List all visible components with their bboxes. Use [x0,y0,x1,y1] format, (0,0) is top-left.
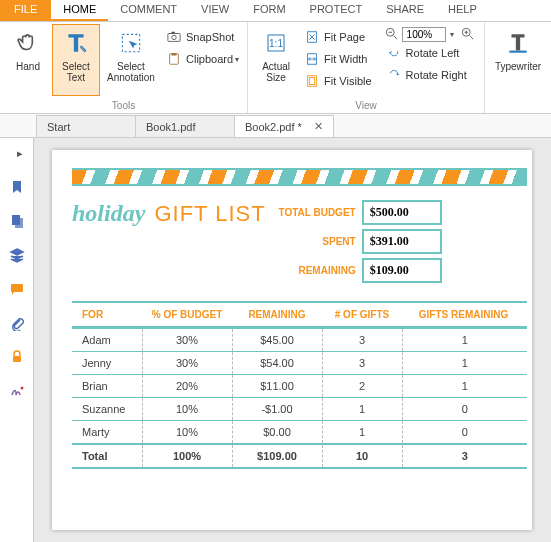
fit-page-icon [304,29,320,45]
actual-size-button[interactable]: 1:1 Actual Size [252,24,300,96]
rotate-right-button[interactable]: Rotate Right [382,64,476,86]
gift-table: FOR % OF BUDGET REMAINING # OF GIFTS GIF… [72,301,527,469]
menu-home[interactable]: HOME [51,0,108,21]
fit-page-button[interactable]: Fit Page [300,26,375,48]
side-toolbar: ▸ [0,138,34,542]
svg-rect-3 [171,32,175,34]
table-row: Brian20%$11.0021 [72,375,527,398]
menu-share[interactable]: SHARE [374,0,436,21]
rotate-left-button[interactable]: Rotate Left [382,42,476,64]
tab-book2[interactable]: Book2.pdf *✕ [234,115,334,137]
clipboard-icon [166,51,182,67]
fit-width-label: Fit Width [324,53,367,65]
svg-rect-21 [15,218,23,228]
tools-group-label: Tools [4,98,243,113]
menu-view[interactable]: VIEW [189,0,241,21]
rotate-right-icon [386,67,402,83]
svg-rect-1 [168,34,180,42]
ribbon: Hand Select Text Select Annotation SnapS… [0,22,551,114]
ribbon-group-tools: Hand Select Text Select Annotation SnapS… [0,22,248,113]
chevron-down-icon[interactable]: ▾ [450,30,454,39]
svg-rect-5 [171,53,176,56]
expand-icon[interactable]: ▸ [11,144,29,162]
select-text-label: Select Text [62,61,90,83]
zoom-out-button[interactable] [384,26,400,42]
bookmark-icon[interactable] [8,178,26,196]
typewriter-icon [502,27,534,59]
workspace: ▸ holiday GIFT LIST TOTAL BUDGET$500.00 … [0,138,551,542]
actual-size-icon: 1:1 [260,27,292,59]
clipboard-label: Clipboard [186,53,233,65]
attachment-icon[interactable] [8,314,26,332]
select-text-icon [60,27,92,59]
comments-icon[interactable] [8,280,26,298]
rotate-right-label: Rotate Right [406,69,467,81]
menu-form[interactable]: FORM [241,0,297,21]
view-group-label: View [252,98,480,113]
svg-text:1:1: 1:1 [269,38,283,49]
signature-icon[interactable] [8,382,26,400]
fit-visible-icon [304,73,320,89]
ribbon-group-comment: Typewriter [485,22,551,113]
menu-file[interactable]: FILE [0,0,51,21]
select-annotation-button[interactable]: Select Annotation [100,24,162,96]
actual-size-label: Actual Size [262,61,290,83]
fit-page-label: Fit Page [324,31,365,43]
svg-line-16 [469,36,473,40]
hand-label: Hand [16,61,40,72]
hand-button[interactable]: Hand [4,24,52,96]
snapshot-button[interactable]: SnapShot [162,26,243,48]
fit-width-icon [304,51,320,67]
document-canvas[interactable]: holiday GIFT LIST TOTAL BUDGET$500.00 SP… [34,138,551,542]
layers-icon[interactable] [8,246,26,264]
menu-comment[interactable]: COMMENT [108,0,189,21]
budget-summary: TOTAL BUDGET$500.00 SPENT$391.00 REMAINI… [276,200,442,287]
menu-protect[interactable]: PROTECT [298,0,375,21]
rotate-left-label: Rotate Left [406,47,460,59]
zoom-in-button[interactable] [460,26,476,42]
menu-bar: FILE HOME COMMENT VIEW FORM PROTECT SHAR… [0,0,551,22]
page: holiday GIFT LIST TOTAL BUDGET$500.00 SP… [52,150,532,530]
chevron-down-icon: ▾ [235,55,239,64]
security-icon[interactable] [8,348,26,366]
zoom-input[interactable]: 100% [402,27,446,42]
menu-help[interactable]: HELP [436,0,489,21]
title-holiday: holiday [72,200,145,226]
hand-icon [12,27,44,59]
select-text-button[interactable]: Select Text [52,24,100,96]
svg-rect-22 [11,284,23,292]
table-row: Jenny30%$54.0031 [72,352,527,375]
camera-icon [166,29,182,45]
fit-visible-button[interactable]: Fit Visible [300,70,375,92]
pages-icon[interactable] [8,212,26,230]
typewriter-button[interactable]: Typewriter [489,24,547,96]
tab-start[interactable]: Start [36,115,136,137]
rotate-left-icon [386,45,402,61]
ribbon-group-view: 1:1 Actual Size Fit Page Fit Width Fit V… [248,22,485,113]
tab-book1[interactable]: Book1.pdf [135,115,235,137]
fit-width-button[interactable]: Fit Width [300,48,375,70]
fit-visible-label: Fit Visible [324,75,371,87]
svg-rect-23 [13,356,21,362]
table-header-row: FOR % OF BUDGET REMAINING # OF GIFTS GIF… [72,302,527,328]
close-icon[interactable]: ✕ [306,120,323,133]
svg-point-2 [172,35,176,39]
svg-line-13 [393,36,397,40]
typewriter-label: Typewriter [495,61,541,72]
table-total-row: Total100%$109.00103 [72,444,527,468]
decorative-stripe [72,168,527,186]
table-row: Suzanne10%-$1.0010 [72,398,527,421]
snapshot-label: SnapShot [186,31,234,43]
document-tabs: Start Book1.pdf Book2.pdf *✕ [0,114,551,138]
select-annotation-label: Select Annotation [107,61,155,83]
svg-point-24 [20,387,23,390]
select-annotation-icon [115,27,147,59]
table-row: Adam30%$45.0031 [72,328,527,352]
title-giftlist: GIFT LIST [154,201,265,226]
svg-rect-11 [309,78,314,85]
table-row: Marty10%$0.0010 [72,421,527,445]
clipboard-button[interactable]: Clipboard ▾ [162,48,243,70]
